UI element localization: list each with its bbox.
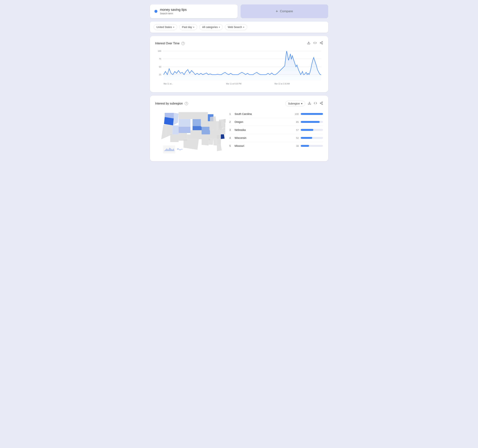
rank-num-5: 5 <box>229 144 235 147</box>
rank-bar-fill-1 <box>301 113 323 115</box>
svg-line-21 <box>321 103 322 104</box>
svg-rect-23 <box>224 119 226 123</box>
ranking-row-5: 5 Missouri 38 <box>229 142 323 150</box>
compare-plus-icon: + <box>276 9 278 14</box>
rank-name-1: South Carolina <box>235 112 292 115</box>
ibs-title: Interest by subregion <box>155 102 183 105</box>
embed-icon[interactable] <box>313 41 317 45</box>
search-term-sublabel: Search term <box>160 12 187 15</box>
us-map <box>155 110 226 155</box>
search-term: money saving tips <box>160 8 187 12</box>
chevron-down-icon: ▾ <box>173 26 174 28</box>
chart-area: 100 75 50 25 Mar 11 at... Mar 11 at 6:16… <box>155 49 323 86</box>
rank-name-5: Missouri <box>235 144 292 147</box>
rank-num-4: 4 <box>229 137 235 139</box>
svg-text:25: 25 <box>159 74 161 76</box>
svg-point-28 <box>179 149 181 150</box>
rank-num-2: 2 <box>229 120 235 123</box>
rank-bar-bg-2 <box>301 121 323 123</box>
map-svg <box>155 110 226 155</box>
filter-region-label: United States <box>157 26 172 29</box>
ranking-row-4: 4 Wisconsin 52 <box>229 134 323 142</box>
chevron-down-icon: ▾ <box>219 26 220 28</box>
filters-row: United States ▾ Past day ▾ All categorie… <box>150 22 328 33</box>
svg-text:Mar 12 at 2:16 AM: Mar 12 at 2:16 AM <box>274 83 289 85</box>
search-dot <box>154 10 157 13</box>
ibs-actions: Subregion ▾ <box>285 101 323 106</box>
interest-by-subregion-card: Interest by subregion ? Subregion ▾ <box>150 96 328 161</box>
rank-name-2: Oregon <box>235 120 292 123</box>
rank-name-3: Nebraska <box>235 128 292 131</box>
search-card: money saving tips Search term <box>150 5 238 18</box>
svg-rect-25 <box>224 124 225 127</box>
rank-name-4: Wisconsin <box>235 137 292 139</box>
svg-text:Mar 11 at...: Mar 11 at... <box>164 83 173 85</box>
ibs-embed-icon[interactable] <box>314 101 317 106</box>
svg-line-5 <box>321 42 322 43</box>
rankings-area: 1 South Carolina 100 2 Oregon 85 <box>229 110 323 150</box>
iot-help-icon[interactable]: ? <box>181 42 185 45</box>
compare-label: Compare <box>280 9 293 13</box>
svg-text:75: 75 <box>159 58 161 60</box>
ibs-help-icon[interactable]: ? <box>185 102 188 105</box>
ibs-download-icon[interactable] <box>308 101 311 106</box>
subregion-dropdown-label: Subregion <box>288 102 300 105</box>
filter-type-label: Web Search <box>228 26 242 29</box>
top-row: money saving tips Search term + Compare <box>150 5 328 18</box>
section-title-row-iot: Interest Over Time ? <box>155 42 185 45</box>
svg-rect-24 <box>223 128 225 130</box>
ranking-row-3: 3 Nebraska 57 <box>229 126 323 134</box>
rank-num-1: 1 <box>229 112 235 115</box>
filter-type[interactable]: Web Search ▾ <box>225 24 247 30</box>
subregion-content: 1 South Carolina 100 2 Oregon 85 <box>155 110 323 155</box>
filter-category[interactable]: All categories ▾ <box>199 24 223 30</box>
svg-line-22 <box>321 102 322 103</box>
compare-card[interactable]: + Compare <box>241 5 328 18</box>
rank-value-4: 52 <box>292 137 299 139</box>
rank-value-2: 85 <box>292 121 299 123</box>
svg-point-29 <box>181 149 182 150</box>
chart-svg: 100 75 50 25 Mar 11 at... Mar 11 at 6:16… <box>155 49 323 86</box>
main-container: money saving tips Search term + Compare … <box>150 5 328 161</box>
rank-bar-fill-2 <box>301 121 320 123</box>
filter-time-label: Past day <box>182 26 192 29</box>
download-icon[interactable] <box>307 41 310 45</box>
rank-bar-bg-1 <box>301 113 323 115</box>
rank-value-5: 38 <box>292 145 299 147</box>
rank-bar-fill-3 <box>301 129 313 131</box>
rank-bar-bg-5 <box>301 145 323 147</box>
section-header-iot: Interest Over Time ? <box>155 41 323 45</box>
chevron-down-icon: ▾ <box>301 102 302 105</box>
interest-over-time-card: Interest Over Time ? <box>150 36 328 92</box>
rank-bar-bg-3 <box>301 129 323 131</box>
filter-time[interactable]: Past day ▾ <box>179 24 197 30</box>
svg-text:100: 100 <box>157 50 161 52</box>
ranking-row-2: 2 Oregon 85 <box>229 118 323 126</box>
section-header-ibs: Interest by subregion ? Subregion ▾ <box>155 101 323 106</box>
subregion-dropdown[interactable]: Subregion ▾ <box>285 101 305 106</box>
iot-title: Interest Over Time <box>155 42 180 45</box>
rank-value-1: 100 <box>292 113 299 115</box>
rank-bar-bg-4 <box>301 137 323 139</box>
iot-actions <box>307 41 323 45</box>
chevron-down-icon: ▾ <box>243 26 244 28</box>
filter-category-label: All categories <box>202 26 218 29</box>
rank-bar-fill-5 <box>301 145 309 147</box>
ibs-share-icon[interactable] <box>320 101 323 106</box>
chevron-down-icon: ▾ <box>193 26 194 28</box>
rank-value-3: 57 <box>292 129 299 131</box>
filter-region[interactable]: United States ▾ <box>154 24 177 30</box>
section-title-row-ibs: Interest by subregion ? <box>155 102 188 105</box>
rank-num-3: 3 <box>229 128 235 131</box>
ranking-row-1: 1 South Carolina 100 <box>229 110 323 118</box>
svg-line-4 <box>321 43 322 44</box>
svg-text:50: 50 <box>159 66 161 68</box>
rank-bar-fill-4 <box>301 137 312 139</box>
svg-point-27 <box>177 148 179 150</box>
share-icon[interactable] <box>320 41 323 45</box>
svg-text:Mar 11 at 6:16 PM: Mar 11 at 6:16 PM <box>226 83 241 85</box>
search-text-block: money saving tips Search term <box>160 8 187 15</box>
